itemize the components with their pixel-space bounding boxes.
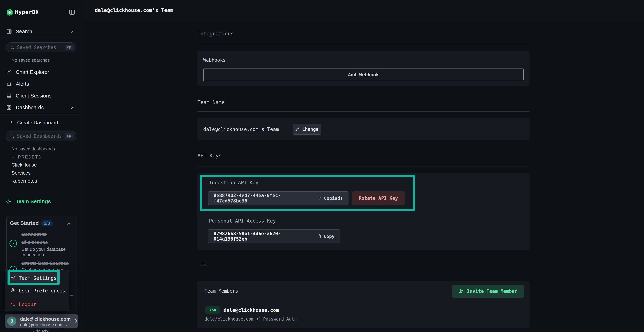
sidebar-item-chart-explorer[interactable]: Chart Explorer [0,66,82,78]
invite-button-label: Invite Team Member [467,288,517,294]
chevron-right-icon [74,318,78,324]
sidebar-collapse-icon[interactable] [68,8,76,16]
sidebar-section-search[interactable]: Search [16,28,32,34]
saved-searches-input[interactable]: ⌘K [6,42,76,52]
gear-icon [11,275,16,280]
team-heading: Team [198,261,210,267]
preset-services[interactable]: Services [12,170,30,176]
menu-item-logout[interactable]: Logout [19,302,36,307]
search-icon [10,45,14,50]
integrations-heading: Integrations [198,31,234,37]
sidebar-item-team-settings[interactable]: Team Settings [0,197,82,206]
chevron-up-icon[interactable] [66,222,71,226]
team-name-value: dale@clickhouse.com's Team [203,126,279,132]
you-badge: You [205,306,220,314]
team-name-heading: Team Name [198,100,225,105]
check-icon: ✓ [319,196,322,201]
get-started-progress-badge: 2/3 [41,220,53,226]
menu-divider [8,297,66,297]
plus-icon: + [10,119,13,125]
team-name-card: dale@clickhouse.com's Team Change [197,118,530,140]
ingestion-key-label: Ingestion API Key [209,180,258,185]
dashboards-icon [6,104,12,110]
arrow-right-icon: → [68,291,74,298]
user-email: dale@clickhouse.com [20,316,71,322]
personal-key-value: 87982668-58b1-4d6e-a620-014a136f52eb [214,231,312,242]
chevron-up-icon [70,106,75,110]
avatar: D [7,316,16,326]
section-rule [198,166,530,167]
get-started-title: Get Started [10,220,39,226]
user-account-chip[interactable]: D dale@clickhouse.com dale@clickhouse.co… [5,314,78,328]
change-team-name-button[interactable]: Change [293,124,321,135]
copied-indicator: ✓ Copied! [319,196,343,201]
search-section-icon [6,28,12,35]
ingestion-key-value: 8e887902-4ed7-44ea-8fec-f47cd578be36 [214,193,314,204]
api-keys-card: Ingestion API Key 8e887902-4ed7-44ea-8fe… [197,173,530,250]
create-dashboard-button[interactable]: + Create Dashboard [0,118,82,127]
search-icon [10,134,14,138]
sidebar-item-alerts[interactable]: Alerts [0,78,82,90]
sidebar-section-dashboards[interactable]: Dashboards [0,102,82,114]
user-team-name: dale@clickhouse.com's [20,322,67,327]
step-complete-check-icon [10,240,17,247]
sidebar-divider [0,38,82,38]
page-header: dale@clickhouse.com's Team [83,0,644,21]
rotate-api-key-button[interactable]: Rotate API Key [352,192,405,205]
team-members-card: Team Members Invite Team Member You dale… [197,281,530,328]
hyperdx-logo-icon [6,8,14,16]
saved-dashboards-field[interactable] [17,134,62,139]
pencil-icon [296,127,300,131]
no-saved-dashboards-text: No saved dashboards [12,146,55,152]
preset-kubernetes[interactable]: Kubernetes [12,178,37,184]
preset-clickhouse[interactable]: ClickHouse [12,162,37,168]
bell-icon [6,81,12,87]
ingestion-key-chip[interactable]: 8e887902-4ed7-44ea-8fec-f47cd578be36 ✓ C… [208,192,348,205]
logout-icon [11,301,16,306]
shortcut-badge: ⌘K [64,133,74,139]
saved-searches-field[interactable] [17,45,62,50]
person-plus-icon [459,288,464,294]
saved-dashboards-input[interactable]: ⌘K [6,131,76,141]
clipboard-icon [317,234,322,238]
section-rule [198,44,530,44]
get-started-step-desc: Set up your database connection [22,246,72,258]
hyperdx-team-settings-page: HyperDX Search ⌘K No saved searches [0,0,644,332]
user-preferences-icon [11,288,16,293]
lock-icon [256,316,261,321]
sidebar: HyperDX Search ⌘K No saved searches [0,0,82,332]
presets-toggle[interactable]: PRESETS [0,154,82,161]
get-started-step-title: Connect to ClickHouse [22,230,68,246]
section-rule [198,112,530,112]
api-keys-heading: API Keys [198,153,222,159]
no-saved-searches-text: No saved searches [12,58,50,63]
get-started-step-title: Create Data Sources [22,260,75,268]
laptop-icon [6,93,12,99]
member-name: dale@clickhouse.com [224,307,279,313]
shortcut-badge: ⌘K [64,44,74,50]
copy-action[interactable]: Copy [317,234,334,239]
brand-name: HyperDX [15,9,39,15]
sidebar-item-client-sessions[interactable]: Client Sessions [0,90,82,102]
webhooks-label: Webhooks [203,58,226,63]
menu-item-team-settings-label: Team Settings [19,275,56,281]
invite-team-member-button[interactable]: Invite Team Member [452,285,524,298]
member-email: dale@clickhouse.com [204,316,254,322]
card-divider [197,302,530,302]
personal-key-label: Personal API Access Key [209,218,276,224]
gear-icon [6,198,12,204]
webhooks-card: Webhooks Add Webhook [197,50,530,86]
menu-item-user-preferences[interactable]: User Preferences [19,288,65,294]
chevron-up-icon[interactable] [70,30,75,34]
add-webhook-button[interactable]: Add Webhook [203,68,524,81]
chevron-down-icon [11,155,15,159]
member-auth-method: Password Auth [263,316,297,322]
section-rule [198,274,530,274]
clipped-footer-text[interactable]: Cloud? [33,329,49,332]
page-title: dale@clickhouse.com's Team [95,7,173,13]
change-button-label: Change [302,127,318,132]
sidebar-divider [0,114,82,114]
chart-explorer-icon [6,69,12,75]
personal-key-chip[interactable]: 87982668-58b1-4d6e-a620-014a136f52eb Cop… [208,229,340,243]
team-members-label: Team Members [204,288,238,294]
